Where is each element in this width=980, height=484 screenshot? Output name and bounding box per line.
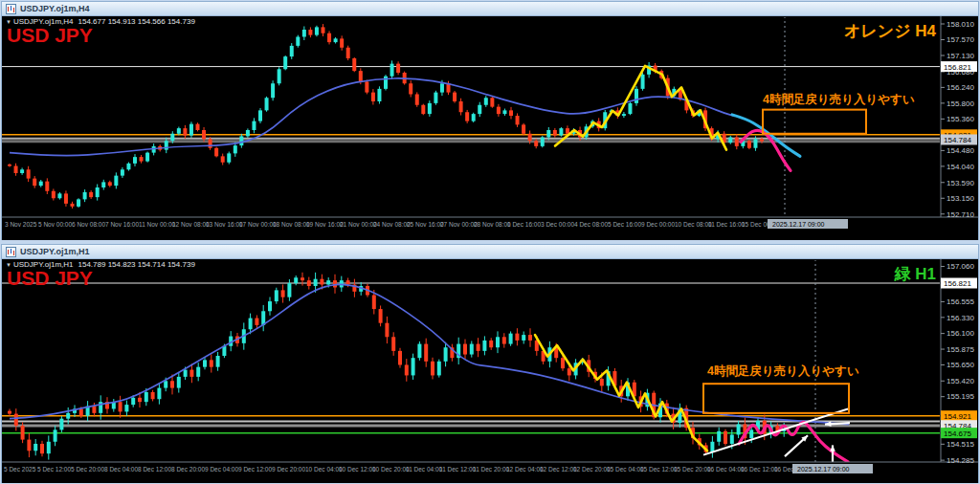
svg-text:15 Dec 04:00: 15 Dec 04:00 — [607, 466, 644, 473]
dataline-ohlc-values: 154.789 154.823 154.714 154.739 — [78, 260, 195, 269]
svg-text:5 Nov 00:00: 5 Nov 00:00 — [38, 221, 72, 228]
dataline-ohlc-values: 154.677 154.913 154.566 154.739 — [78, 17, 195, 26]
svg-text:12 Dec 20:00: 12 Dec 20:00 — [573, 466, 611, 473]
svg-text:3 Nov 2025: 3 Nov 2025 — [5, 221, 37, 228]
svg-text:3 Dec 00:00: 3 Dec 00:00 — [541, 221, 574, 228]
svg-text:155.800: 155.800 — [947, 99, 974, 108]
symbol-watermark: USD JPY — [7, 268, 93, 288]
svg-text:157.060: 157.060 — [947, 262, 974, 271]
svg-text:153.590: 153.590 — [947, 179, 974, 187]
chart-canvas-h1[interactable]: 4時間足戻り売り入りやすい157.060156.555156.330156.10… — [2, 259, 978, 483]
window-titlebar-h4[interactable]: USDJPY.oj1m,H4 — [2, 2, 978, 16]
svg-text:11 Nov 00:00: 11 Nov 00:00 — [139, 221, 176, 228]
svg-text:2025.12.17 09:00: 2025.12.17 09:00 — [797, 466, 850, 473]
svg-text:158.010: 158.010 — [947, 20, 974, 29]
chart-window-h1: USDJPY.oj1m,H1 4時間足戻り売り入りやすい157.060156.5… — [1, 244, 979, 483]
timeframe-corner-label: 緑 H1 — [895, 263, 936, 285]
svg-text:9 Dec 04:00: 9 Dec 04:00 — [205, 466, 238, 473]
svg-text:10 Dec 04:00: 10 Dec 04:00 — [305, 466, 343, 473]
svg-text:5 Dec 12:00: 5 Dec 12:00 — [37, 466, 71, 473]
svg-text:154.921: 154.921 — [944, 412, 971, 421]
svg-text:156.555: 156.555 — [947, 297, 974, 306]
svg-text:4時間足戻り売り入りやすい: 4時間足戻り売り入りやすい — [763, 93, 915, 106]
svg-text:10 Dec 08:00: 10 Dec 08:00 — [675, 221, 712, 228]
svg-text:6 Nov 08:00: 6 Nov 08:00 — [72, 221, 105, 228]
window-title: USDJPY.oj1m,H1 — [20, 247, 90, 256]
svg-text:24 Nov 08:00: 24 Nov 08:00 — [373, 221, 411, 228]
svg-text:10 Dec 12:00: 10 Dec 12:00 — [339, 466, 376, 473]
price-chart-h4[interactable]: 4時間足戻り売り入りやすい158.010157.570157.130156.68… — [2, 16, 978, 240]
svg-text:152.710: 152.710 — [947, 210, 974, 219]
svg-text:10 Dec 20:00: 10 Dec 20:00 — [372, 466, 410, 473]
svg-text:4 Dec 08:00: 4 Dec 08:00 — [574, 221, 608, 228]
chart-window-h4: USDJPY.oj1m,H4 4時間足戻り売り入りやすい158.010157.5… — [1, 1, 979, 240]
svg-text:12 Nov 08:00: 12 Nov 08:00 — [172, 221, 210, 228]
svg-text:155.420: 155.420 — [947, 377, 974, 385]
svg-text:157.130: 157.130 — [947, 52, 974, 60]
svg-text:16 Dec 04:00: 16 Dec 04:00 — [707, 466, 745, 473]
svg-text:154.285: 154.285 — [947, 456, 974, 465]
svg-text:154.784: 154.784 — [944, 136, 971, 144]
svg-text:9 Dec 12:00: 9 Dec 12:00 — [238, 466, 272, 473]
svg-text:154.515: 154.515 — [947, 440, 974, 449]
svg-text:156.240: 156.240 — [947, 83, 974, 92]
svg-text:17 Nov 00:00: 17 Nov 00:00 — [239, 221, 277, 228]
svg-text:7 Nov 16:00: 7 Nov 16:00 — [105, 221, 139, 228]
svg-text:154.675: 154.675 — [944, 429, 971, 438]
chart-window-icon — [6, 4, 16, 14]
svg-text:156.330: 156.330 — [947, 314, 974, 322]
svg-text:155.650: 155.650 — [947, 361, 974, 369]
svg-text:25 Nov 16:00: 25 Nov 16:00 — [407, 221, 444, 228]
symbol-watermark: USD JPY — [7, 25, 93, 45]
svg-text:15 Dec 20:00: 15 Dec 20:00 — [674, 466, 711, 473]
price-chart-h1[interactable]: 4時間足戻り売り入りやすい157.060156.555156.330156.10… — [2, 259, 978, 483]
svg-text:21 Nov 00:00: 21 Nov 00:00 — [340, 221, 377, 228]
svg-text:5 Dec 20:00: 5 Dec 20:00 — [71, 466, 104, 473]
svg-text:16 Dec 12:00: 16 Dec 12:00 — [741, 466, 778, 473]
svg-text:156.821: 156.821 — [944, 63, 971, 72]
svg-text:156.100: 156.100 — [947, 329, 974, 338]
svg-text:5 Dec 2025: 5 Dec 2025 — [4, 466, 36, 473]
svg-text:9 Dec 00:00: 9 Dec 00:00 — [641, 221, 675, 228]
svg-text:27 Nov 00:00: 27 Nov 00:00 — [440, 221, 478, 228]
svg-text:13 Nov 16:00: 13 Nov 16:00 — [206, 221, 243, 228]
svg-text:155.360: 155.360 — [947, 115, 974, 123]
timeframe-corner-label: オレンジ H4 — [844, 20, 936, 42]
svg-text:11 Dec 20:00: 11 Dec 20:00 — [473, 466, 510, 473]
chart-canvas-h4[interactable]: 4時間足戻り売り入りやすい158.010157.570157.130156.68… — [2, 16, 978, 240]
svg-text:157.570: 157.570 — [947, 35, 974, 44]
svg-text:155.195: 155.195 — [947, 392, 974, 401]
svg-text:12 Dec 12:00: 12 Dec 12:00 — [540, 466, 577, 473]
svg-text:12 Dec 04:00: 12 Dec 04:00 — [506, 466, 544, 473]
svg-text:28 Nov 08:00: 28 Nov 08:00 — [474, 221, 511, 228]
svg-text:154.040: 154.040 — [947, 163, 974, 171]
svg-text:4時間足戻り売り入りやすい: 4時間足戻り売り入りやすい — [707, 364, 859, 378]
svg-text:155.875: 155.875 — [947, 345, 974, 354]
svg-text:8 Dec 04:00: 8 Dec 04:00 — [104, 466, 138, 473]
svg-text:8 Dec 12:00: 8 Dec 12:00 — [138, 466, 171, 473]
svg-text:11 Dec 16:00: 11 Dec 16:00 — [708, 221, 746, 228]
svg-text:1 Dec 16:00: 1 Dec 16:00 — [507, 221, 541, 228]
svg-text:154.480: 154.480 — [947, 146, 974, 155]
svg-text:9 Dec 20:00: 9 Dec 20:00 — [272, 466, 305, 473]
svg-text:2025.12.17 09:00: 2025.12.17 09:00 — [772, 221, 825, 228]
svg-text:15 Dec 12:00: 15 Dec 12:00 — [640, 466, 678, 473]
svg-text:156.821: 156.821 — [944, 279, 971, 288]
window-title: USDJPY.oj1m,H4 — [20, 4, 90, 13]
svg-text:153.150: 153.150 — [947, 194, 974, 203]
svg-text:8 Dec 20:00: 8 Dec 20:00 — [171, 466, 205, 473]
svg-text:11 Dec 12:00: 11 Dec 12:00 — [439, 466, 477, 473]
svg-text:11 Dec 04:00: 11 Dec 04:00 — [406, 466, 443, 473]
chart-window-icon — [6, 247, 16, 257]
window-titlebar-h1[interactable]: USDJPY.oj1m,H1 — [2, 245, 978, 259]
svg-text:5 Dec 16:00: 5 Dec 16:00 — [608, 221, 641, 228]
svg-text:19 Nov 16:00: 19 Nov 16:00 — [306, 221, 344, 228]
svg-text:18 Nov 08:00: 18 Nov 08:00 — [273, 221, 310, 228]
